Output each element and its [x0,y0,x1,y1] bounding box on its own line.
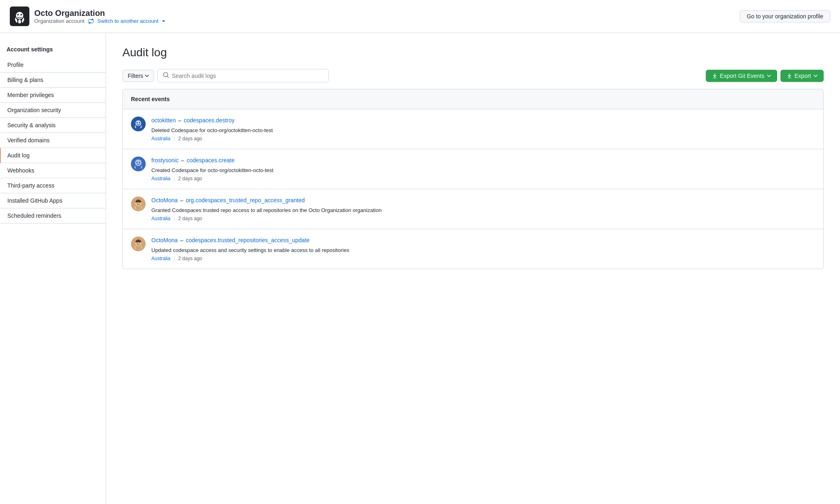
event-meta: Australia | 2 days ago [151,216,381,221]
event-title: OctoMona – org.codespaces_trusted_repo_a… [151,197,381,205]
event-item: frostysonic – codespaces.create Created … [123,149,823,189]
main-content: Audit log Filters Export Git Events [106,33,840,504]
event-action-link[interactable]: codespaces.trusted_repositories_access_u… [186,237,310,243]
event-user-link[interactable]: frostysonic [151,157,179,164]
sidebar-item-github-apps[interactable]: Installed GitHub Apps [0,193,106,208]
search-input[interactable] [172,73,324,79]
header-left: Octo Organization Organization account S… [10,7,166,26]
avatar [131,157,146,171]
svg-point-8 [135,159,142,166]
export-button[interactable]: Export [780,70,824,82]
event-time: 2 days ago [178,256,202,261]
event-user-link[interactable]: OctoMona [151,237,178,243]
event-body: frostysonic – codespaces.create Created … [151,157,273,181]
events-header-text: Recent events [131,96,170,102]
avatar [131,197,146,211]
event-item: OctoMona – codespaces.trusted_repositori… [123,229,823,269]
org-logo [10,7,29,26]
event-user-link[interactable]: octokitten [151,117,176,124]
event-item: OctoMona – org.codespaces_trusted_repo_a… [123,189,823,229]
export-git-chevron-icon [767,74,771,78]
event-title: octokitten – codespaces.destroy [151,117,273,125]
header-right: Go to your organization profile [740,10,830,22]
page-title: Audit log [122,46,824,59]
event-location[interactable]: Australia [151,256,171,261]
event-time: 2 days ago [178,136,202,141]
sidebar-item-profile[interactable]: Profile [0,57,106,73]
export-download-icon [787,73,792,79]
sidebar-item-audit-log[interactable]: Audit log [0,148,106,163]
filters-bar: Filters Export Git Events [122,69,824,82]
avatar [131,237,146,251]
download-icon [712,73,718,79]
export-chevron-icon [813,74,818,78]
event-description: Deleted Codespace for octo-org/octokitte… [151,126,273,135]
event-action-link[interactable]: codespaces.create [187,157,235,164]
event-location[interactable]: Australia [151,136,171,141]
sidebar-item-webhooks[interactable]: Webhooks [0,163,106,178]
event-time: 2 days ago [178,216,202,221]
org-type: Organization account [34,18,84,24]
page-header: Octo Organization Organization account S… [0,0,840,33]
sidebar-item-scheduled-reminders[interactable]: Scheduled reminders [0,208,106,223]
sidebar-item-third-party[interactable]: Third-party access [0,178,106,193]
switch-icon [88,18,94,24]
svg-point-2 [20,14,22,15]
event-body: OctoMona – org.codespaces_trusted_repo_a… [151,197,381,221]
event-time: 2 days ago [178,176,202,181]
filters-chevron-icon [145,74,149,78]
search-container[interactable] [157,69,329,82]
sidebar-item-security-analysis[interactable]: Security & analysis [0,118,106,133]
event-action-link[interactable]: codespaces.destroy [184,117,235,124]
event-body: OctoMona – codespaces.trusted_repositori… [151,237,349,261]
svg-point-9 [137,162,138,163]
svg-point-1 [17,14,19,15]
org-info: Octo Organization Organization account S… [34,9,166,24]
search-icon [163,72,169,80]
sidebar-heading: Account settings [0,43,106,57]
event-location[interactable]: Australia [151,216,171,221]
svg-point-5 [137,122,138,124]
filters-left: Filters [122,69,329,82]
events-box: Recent events o [122,89,824,269]
svg-point-10 [139,162,140,163]
event-description: Created Codespace for octo-org/octokitte… [151,166,273,175]
event-location[interactable]: Australia [151,176,171,181]
event-action-link[interactable]: org.codespaces_trusted_repo_access_grant… [186,197,305,203]
sidebar-item-billing[interactable]: Billing & plans [0,73,106,88]
event-description: Updated codespace access and security se… [151,246,349,254]
avatar [131,117,146,131]
sidebar-item-verified-domains[interactable]: Verified domains [0,133,106,148]
sidebar-item-org-security[interactable]: Organization security [0,103,106,118]
event-meta: Australia | 2 days ago [151,136,273,141]
sidebar: Account settings Profile Billing & plans… [0,33,106,504]
chevron-down-icon [162,19,166,23]
export-git-events-button[interactable]: Export Git Events [706,70,777,82]
events-header: Recent events [123,89,823,109]
event-title: frostysonic – codespaces.create [151,157,273,165]
event-item: octokitten – codespaces.destroy Deleted … [123,109,823,149]
switch-account-link[interactable]: Switch to another account [98,18,159,24]
event-description: Granted Codespaces trusted repo access t… [151,206,381,214]
org-profile-button[interactable]: Go to your organization profile [740,10,830,22]
main-layout: Account settings Profile Billing & plans… [0,33,840,504]
org-name: Octo Organization [34,9,166,18]
svg-point-6 [139,122,140,124]
event-title: OctoMona – codespaces.trusted_repositori… [151,237,349,245]
event-meta: Australia | 2 days ago [151,176,273,181]
sidebar-item-member-privileges[interactable]: Member privileges [0,88,106,103]
event-meta: Australia | 2 days ago [151,256,349,261]
event-body: octokitten – codespaces.destroy Deleted … [151,117,273,141]
event-user-link[interactable]: OctoMona [151,197,178,203]
filters-right: Export Git Events Export [706,70,824,82]
filters-button[interactable]: Filters [122,70,154,82]
org-meta: Organization account Switch to another a… [34,18,166,24]
